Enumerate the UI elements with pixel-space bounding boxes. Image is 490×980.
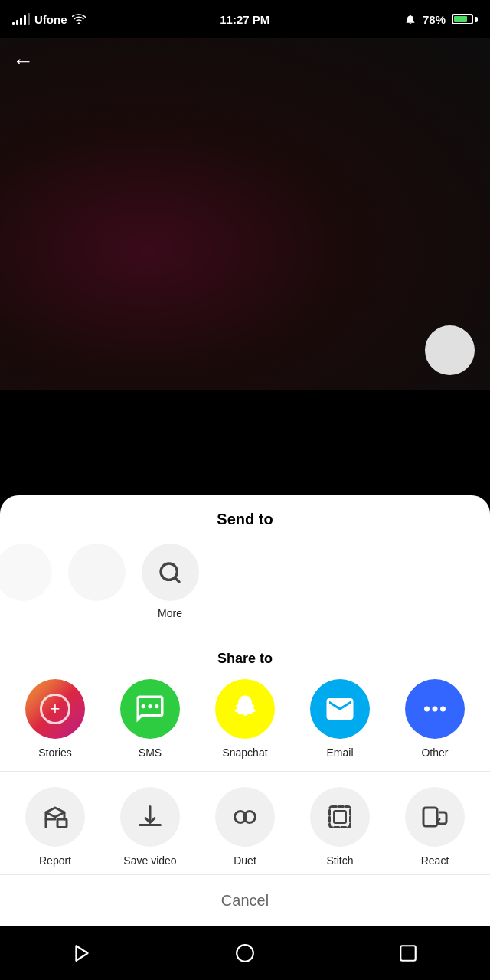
share-to-title: Share to xyxy=(0,651,490,667)
other-icon-bg xyxy=(405,679,465,739)
nav-recent-button[interactable] xyxy=(398,943,418,963)
more-label: More xyxy=(158,607,182,619)
battery-icon xyxy=(452,14,478,24)
status-right: 78% xyxy=(404,13,478,26)
action-report[interactable]: Report xyxy=(21,787,90,867)
save-video-icon xyxy=(136,803,164,831)
stitch-label: Stitch xyxy=(326,854,353,867)
sms-icon xyxy=(134,693,166,725)
share-other[interactable]: Other xyxy=(400,679,469,759)
action-save-video[interactable]: Save video xyxy=(116,787,185,867)
share-snapchat[interactable]: Snapchat xyxy=(211,679,279,759)
snapchat-icon-bg xyxy=(215,679,275,739)
report-label: Report xyxy=(39,854,71,867)
snapchat-label: Snapchat xyxy=(222,746,267,759)
action-row: Report Save video Duet xyxy=(0,787,490,867)
more-item[interactable]: More xyxy=(139,544,201,619)
friend-item-1[interactable] xyxy=(0,544,54,601)
divider-1 xyxy=(0,635,490,635)
react-circle xyxy=(405,787,465,847)
svg-rect-8 xyxy=(57,819,67,828)
divider-2 xyxy=(0,771,490,772)
battery-percent: 78% xyxy=(423,13,446,26)
svg-point-4 xyxy=(155,704,158,708)
time-display: 11:27 PM xyxy=(220,13,270,26)
share-stories[interactable]: + Stories xyxy=(21,679,90,759)
search-icon xyxy=(158,560,182,585)
share-row: + Stories SMS S xyxy=(0,679,490,759)
back-button[interactable]: ← xyxy=(12,51,34,72)
share-email[interactable]: Email xyxy=(305,679,374,759)
snapchat-icon xyxy=(228,692,262,726)
signal-icon xyxy=(12,13,30,25)
duet-circle xyxy=(215,787,275,847)
share-sms[interactable]: SMS xyxy=(116,679,185,759)
cancel-section: Cancel xyxy=(0,874,490,926)
other-label: Other xyxy=(421,746,448,759)
alarm-icon xyxy=(404,13,416,25)
stories-icon: + xyxy=(40,694,70,724)
status-left: Ufone xyxy=(12,13,86,26)
friends-row: More xyxy=(0,544,490,619)
video-background: ← xyxy=(0,38,490,390)
nav-recent-icon xyxy=(398,943,418,963)
bottom-sheet: Send to More Share to + xyxy=(0,495,490,926)
email-label: Email xyxy=(326,746,353,759)
sms-label: SMS xyxy=(139,746,162,759)
action-react[interactable]: React xyxy=(400,787,469,867)
sms-icon-bg xyxy=(120,679,180,739)
search-circle xyxy=(142,544,199,601)
report-circle xyxy=(25,787,85,847)
svg-rect-16 xyxy=(401,946,416,961)
action-stitch[interactable]: Stitch xyxy=(305,787,374,867)
svg-point-15 xyxy=(237,945,253,962)
svg-rect-13 xyxy=(423,808,437,826)
react-icon xyxy=(421,803,449,831)
svg-point-5 xyxy=(424,707,430,712)
duet-label: Duet xyxy=(234,854,256,867)
stitch-icon xyxy=(326,803,354,831)
stitch-circle xyxy=(310,787,370,847)
svg-line-1 xyxy=(175,577,179,582)
friend-item-2[interactable] xyxy=(66,544,127,601)
send-to-title: Send to xyxy=(0,511,490,528)
duet-icon xyxy=(231,803,259,831)
status-bar: Ufone 11:27 PM 78% xyxy=(0,0,490,38)
nav-bar xyxy=(0,926,490,980)
svg-rect-11 xyxy=(330,807,351,828)
svg-point-6 xyxy=(433,707,438,712)
other-icon xyxy=(419,693,451,725)
svg-point-2 xyxy=(148,704,152,708)
nav-home-icon xyxy=(235,943,255,963)
svg-marker-14 xyxy=(76,946,87,961)
email-icon-bg xyxy=(310,679,370,739)
svg-point-3 xyxy=(142,704,145,708)
wifi-icon xyxy=(72,14,86,24)
nav-home-button[interactable] xyxy=(235,943,255,963)
cancel-button[interactable]: Cancel xyxy=(0,892,490,910)
stories-label: Stories xyxy=(38,746,72,759)
email-icon xyxy=(324,693,356,725)
save-video-label: Save video xyxy=(123,854,176,867)
svg-rect-12 xyxy=(335,812,346,823)
nav-back-button[interactable] xyxy=(72,943,92,963)
svg-point-7 xyxy=(440,707,446,712)
profile-circle[interactable] xyxy=(425,325,475,375)
stories-icon-bg: + xyxy=(25,679,85,739)
report-icon xyxy=(41,803,69,831)
nav-back-icon xyxy=(72,943,92,963)
action-duet[interactable]: Duet xyxy=(211,787,279,867)
carrier-name: Ufone xyxy=(34,13,67,26)
save-video-circle xyxy=(120,787,180,847)
react-label: React xyxy=(421,854,449,867)
